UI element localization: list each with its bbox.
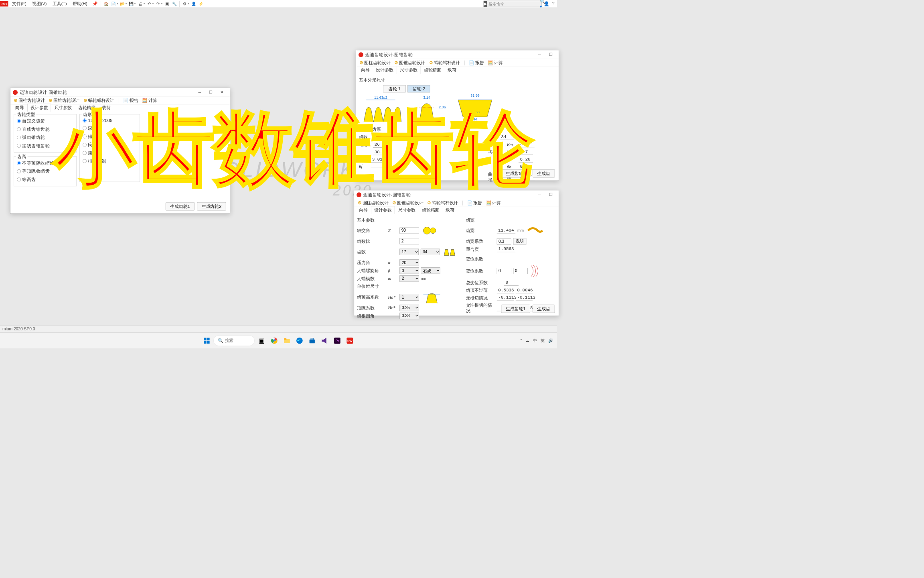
tray-chevron-icon[interactable]: ˄ bbox=[520, 338, 522, 343]
tab-design-params[interactable]: 设计参数 bbox=[373, 66, 396, 74]
menu-view[interactable]: 视图(V) bbox=[29, 0, 50, 7]
teeth2-select[interactable]: 34 bbox=[421, 248, 440, 255]
menu-tools[interactable]: 工具(T) bbox=[50, 0, 70, 7]
teeth1-select[interactable]: 17 bbox=[399, 248, 419, 255]
solidworks-icon[interactable]: SW bbox=[344, 335, 355, 346]
menu-help[interactable]: 帮助(H) bbox=[70, 0, 90, 7]
svg-rect-21 bbox=[284, 338, 286, 340]
new-icon[interactable]: 📄 bbox=[111, 1, 116, 6]
tab-design-params[interactable]: 设计参数 bbox=[371, 206, 395, 214]
tab-load[interactable]: 载荷 bbox=[443, 206, 457, 214]
taskbar-search[interactable]: 🔍 搜索 bbox=[213, 335, 254, 346]
shift2-input[interactable] bbox=[513, 268, 528, 274]
tab-size-params[interactable]: 尺寸参数 bbox=[397, 66, 420, 74]
section-shift-coef: 变位系数 bbox=[466, 255, 556, 263]
task-view-icon[interactable]: ▣ bbox=[257, 335, 267, 346]
tool-cylindrical[interactable]: ⚙圆柱齿轮设计 bbox=[358, 59, 392, 66]
options-icon[interactable]: ⚙ bbox=[182, 1, 187, 6]
generate-gear2-button[interactable]: 生成齿 bbox=[533, 169, 555, 177]
explain-button[interactable]: 说明 bbox=[513, 238, 527, 244]
redo-icon[interactable]: ↷ bbox=[155, 1, 161, 6]
shaft-angle-input[interactable] bbox=[399, 228, 419, 234]
tab-precision[interactable]: 齿轮精度 bbox=[421, 66, 444, 74]
generate-gear1-button[interactable]: 生成齿轮1 bbox=[501, 305, 530, 313]
contact-ratio: 1.9563 bbox=[497, 246, 515, 252]
svg-text:Pr: Pr bbox=[335, 339, 339, 343]
tray-onedrive-icon[interactable]: ☁ bbox=[525, 338, 529, 343]
search-input[interactable] bbox=[487, 2, 539, 6]
home-icon[interactable]: 🏠 bbox=[103, 1, 109, 6]
rebuild-icon[interactable]: 🔧 bbox=[172, 1, 177, 6]
addendum-select[interactable]: 1 bbox=[399, 294, 419, 300]
command-search[interactable]: ▶ 🔍▾ bbox=[484, 1, 542, 7]
gear2-button[interactable]: 齿轮 2 bbox=[407, 85, 430, 92]
helix-select[interactable]: 0 bbox=[399, 267, 419, 274]
tab-load[interactable]: 载荷 bbox=[445, 66, 459, 74]
tool-cylindrical[interactable]: ⚙圆柱齿轮设计 bbox=[12, 97, 46, 104]
generate-gear2-button[interactable]: 生成齿 bbox=[533, 305, 555, 313]
premiere-icon[interactable]: Pr bbox=[332, 335, 343, 346]
gear-design-dialog-3: 迈迪齿轮设计-圆锥齿轮 ─ ☐ ⚙圆柱齿轮设计 ⚙圆锥齿轮设计 ⚙蜗轮蜗杆设计 … bbox=[354, 190, 559, 316]
ime-indicator[interactable]: 中 bbox=[533, 338, 537, 344]
maximize-button[interactable]: ☐ bbox=[545, 51, 556, 58]
vs-icon[interactable] bbox=[319, 335, 330, 346]
tab-guide[interactable]: 向导 bbox=[356, 206, 371, 214]
chrome-icon[interactable] bbox=[269, 335, 280, 346]
nr-v1: -0.1113 bbox=[497, 295, 514, 301]
user-icon[interactable]: 👤 bbox=[544, 1, 549, 6]
svg-rect-16 bbox=[204, 341, 207, 344]
clearance-select[interactable]: 0.25 bbox=[399, 305, 419, 311]
width-value: 11.404 bbox=[497, 228, 515, 234]
edge-icon[interactable] bbox=[294, 335, 305, 346]
nr-v2: -0.1113 bbox=[516, 295, 533, 301]
module-select[interactable]: 2 bbox=[399, 275, 419, 282]
tab-design-params[interactable]: 设计参数 bbox=[27, 104, 51, 112]
nu-v1: 0.5336 bbox=[497, 287, 514, 293]
tab-guide[interactable]: 向导 bbox=[358, 66, 373, 74]
status-bar: mium 2020 SP0.0 bbox=[0, 326, 557, 332]
nu-v2: 0.0046 bbox=[516, 287, 533, 293]
addon2-icon[interactable]: ⚡ bbox=[198, 1, 204, 6]
svg-rect-17 bbox=[207, 341, 210, 344]
minimize-button[interactable]: ─ bbox=[534, 191, 545, 198]
bevel-pair-icon bbox=[421, 224, 440, 236]
volume-icon[interactable]: 🔊 bbox=[548, 338, 553, 343]
title-overlay-text: 小齿数锥齿轮 bbox=[53, 94, 532, 206]
explorer-icon[interactable] bbox=[282, 335, 292, 346]
solidworks-logo: KS bbox=[0, 1, 8, 6]
pin-icon[interactable]: 📌 bbox=[90, 1, 99, 6]
section-basic-shape: 基本外形尺寸 bbox=[359, 76, 556, 83]
svg-rect-15 bbox=[207, 338, 210, 340]
undo-icon[interactable]: ↶ bbox=[146, 1, 152, 6]
tool-report[interactable]: 📄报告 bbox=[468, 59, 486, 66]
gear1-button[interactable]: 齿轮 1 bbox=[383, 85, 405, 92]
tab-guide[interactable]: 向导 bbox=[12, 104, 27, 112]
width-coef-input[interactable] bbox=[497, 238, 511, 244]
ratio-input[interactable] bbox=[399, 238, 419, 244]
minimize-button[interactable]: ─ bbox=[534, 51, 545, 58]
pressure-select[interactable]: 20 bbox=[399, 259, 419, 266]
tool-conical[interactable]: ⚙圆锥齿轮设计 bbox=[393, 59, 427, 66]
root-fillet-select[interactable]: 0.38 bbox=[399, 313, 419, 319]
tooth-profile-icon bbox=[421, 291, 440, 303]
open-icon[interactable]: 📂 bbox=[120, 1, 125, 6]
maximize-button[interactable]: ☐ bbox=[545, 191, 556, 198]
shift1-input[interactable] bbox=[497, 268, 511, 274]
svg-text:SW: SW bbox=[347, 339, 353, 343]
tab-precision[interactable]: 齿轮精度 bbox=[419, 206, 442, 214]
addon1-icon[interactable]: 👤 bbox=[191, 1, 197, 6]
save-icon[interactable]: 💾 bbox=[128, 1, 134, 6]
lang-indicator[interactable]: 英 bbox=[541, 338, 545, 344]
svg-point-10 bbox=[424, 227, 431, 234]
tool-worm[interactable]: ⚙蜗轮蜗杆设计 bbox=[428, 59, 461, 66]
help-icon[interactable]: ? bbox=[552, 1, 555, 6]
start-button[interactable] bbox=[202, 336, 211, 345]
helix-dir-select[interactable]: 右旋 bbox=[421, 267, 440, 274]
tool-calc[interactable]: 🧮计算 bbox=[486, 59, 505, 66]
print-icon[interactable]: 🖨 bbox=[138, 1, 143, 6]
menu-file[interactable]: 文件(F) bbox=[9, 0, 29, 7]
search-prefix-icon: ▶ bbox=[484, 1, 487, 6]
tab-size-params[interactable]: 尺寸参数 bbox=[395, 206, 419, 214]
select-icon[interactable]: ▣ bbox=[164, 1, 170, 6]
store-icon[interactable] bbox=[307, 335, 318, 346]
